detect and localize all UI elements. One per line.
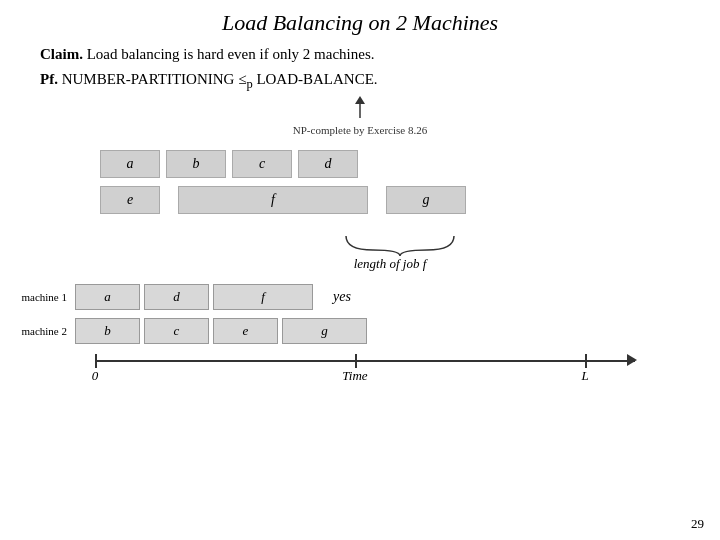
tick-label-time: Time bbox=[342, 368, 367, 384]
pf-line: Pf. NUMBER-PARTITIONING ≤p LOAD-BALANCE. bbox=[40, 69, 680, 94]
machine1-label: machine 1 bbox=[20, 291, 75, 303]
tick-label-L: L bbox=[581, 368, 588, 384]
job-block-g: g bbox=[386, 186, 466, 214]
machine2-label: machine 2 bbox=[20, 325, 75, 337]
length-annotation: length of job f bbox=[40, 232, 680, 272]
job-block-d: d bbox=[298, 150, 358, 178]
jobs-area: a b c d e f g bbox=[40, 150, 680, 222]
yes-label: yes bbox=[333, 289, 351, 305]
machine2-block-c: c bbox=[144, 318, 209, 344]
machine1-blocks: a d f bbox=[75, 284, 313, 310]
svg-marker-1 bbox=[355, 96, 365, 104]
machine2-block-b: b bbox=[75, 318, 140, 344]
timeline-arrow bbox=[627, 354, 637, 366]
length-label: length of job f bbox=[354, 256, 427, 272]
job-row-2: e f g bbox=[100, 186, 466, 214]
job-block-f: f bbox=[178, 186, 368, 214]
job-block-c: c bbox=[232, 150, 292, 178]
machine2-row: machine 2 b c e g bbox=[20, 318, 720, 344]
tick-mid bbox=[355, 354, 357, 368]
page-title: Load Balancing on 2 Machines bbox=[0, 0, 720, 44]
pf-text2: LOAD-BALANCE. bbox=[253, 71, 378, 87]
page-number: 29 bbox=[691, 516, 704, 532]
machine2-blocks: b c e g bbox=[75, 318, 367, 344]
machine2-block-e: e bbox=[213, 318, 278, 344]
pf-text: NUMBER-PARTITIONING ≤ bbox=[58, 71, 246, 87]
np-complete-section: NP-complete by Exercise 8.26 bbox=[40, 96, 680, 136]
timeline: 0 Time L bbox=[95, 350, 655, 380]
timeline-line bbox=[95, 360, 635, 362]
np-arrow-svg bbox=[300, 96, 420, 124]
job-block-b: b bbox=[166, 150, 226, 178]
machine1-block-a: a bbox=[75, 284, 140, 310]
tick-L bbox=[585, 354, 587, 368]
np-complete-label: NP-complete by Exercise 8.26 bbox=[40, 124, 680, 136]
machine1-block-d: d bbox=[144, 284, 209, 310]
pf-label: Pf. bbox=[40, 71, 58, 87]
claim-text: Load balancing is hard even if only 2 ma… bbox=[83, 46, 375, 62]
machine1-block-f: f bbox=[213, 284, 313, 310]
claim-line: Claim. Load balancing is hard even if on… bbox=[40, 44, 680, 65]
tick-0 bbox=[95, 354, 97, 368]
claim-label: Claim. bbox=[40, 46, 83, 62]
job-block-e: e bbox=[100, 186, 160, 214]
machine-area: machine 1 a d f yes machine 2 b c e g 0 … bbox=[0, 284, 720, 380]
machine1-row: machine 1 a d f yes bbox=[20, 284, 720, 310]
tick-label-0: 0 bbox=[92, 368, 99, 384]
job-block-a: a bbox=[100, 150, 160, 178]
job-row-1: a b c d bbox=[100, 150, 358, 178]
machine2-block-g: g bbox=[282, 318, 367, 344]
brace-svg bbox=[280, 232, 500, 258]
